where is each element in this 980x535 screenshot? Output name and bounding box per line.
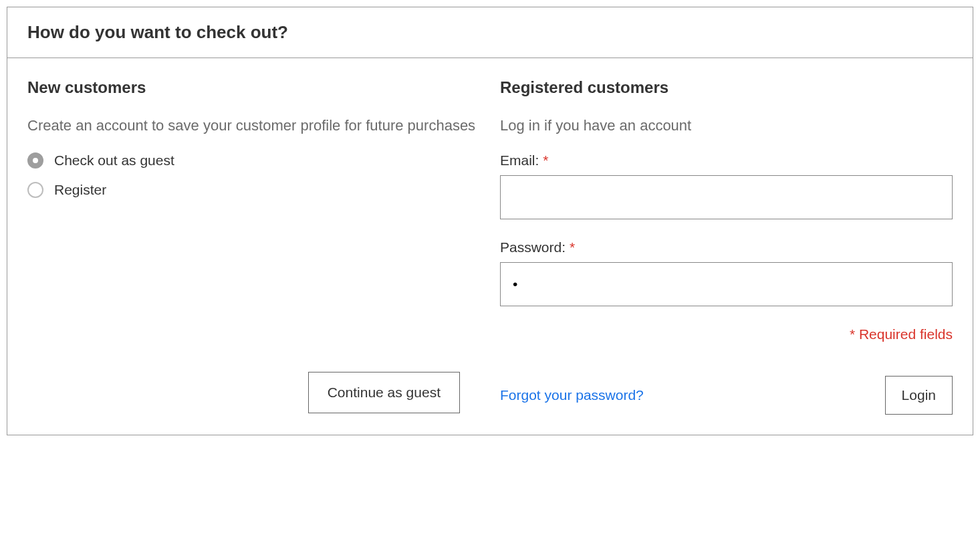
- checkout-options-panel: How do you want to check out? New custom…: [7, 7, 973, 435]
- checkout-method-radio-group: Check out as guest Register: [27, 152, 480, 198]
- forgot-password-link[interactable]: Forgot your password?: [500, 387, 644, 403]
- continue-as-guest-button[interactable]: Continue as guest: [308, 372, 460, 413]
- required-fields-note: * Required fields: [500, 326, 953, 342]
- password-field[interactable]: [500, 262, 953, 306]
- continue-button-row: Continue as guest: [27, 372, 480, 413]
- password-label: Password: *: [500, 239, 953, 255]
- registered-customers-title: Registered customers: [500, 78, 953, 97]
- email-field[interactable]: [500, 175, 953, 219]
- email-label-text: Email:: [500, 152, 543, 168]
- radio-label-register: Register: [54, 182, 106, 198]
- panel-body: New customers Create an account to save …: [7, 58, 973, 435]
- email-form-group: Email: *: [500, 152, 953, 219]
- password-form-group: Password: *: [500, 239, 953, 306]
- required-star-icon: *: [570, 239, 575, 255]
- radio-icon: [27, 182, 43, 198]
- radio-option-register[interactable]: Register: [27, 182, 480, 198]
- radio-icon: [27, 152, 43, 169]
- password-label-text: Password:: [500, 239, 570, 255]
- registered-customers-column: Registered customers Log in if you have …: [500, 78, 953, 415]
- radio-label-guest: Check out as guest: [54, 152, 174, 169]
- new-customers-title: New customers: [27, 78, 480, 97]
- panel-header: How do you want to check out?: [7, 7, 973, 58]
- new-customers-subtitle: Create an account to save your customer …: [27, 116, 480, 136]
- new-customers-column: New customers Create an account to save …: [27, 78, 500, 415]
- registered-customers-subtitle: Log in if you have an account: [500, 116, 953, 136]
- required-star-icon: *: [543, 152, 548, 168]
- panel-title: How do you want to check out?: [27, 22, 953, 43]
- email-label: Email: *: [500, 152, 953, 169]
- radio-option-guest[interactable]: Check out as guest: [27, 152, 480, 169]
- login-button[interactable]: Login: [885, 376, 953, 415]
- login-row: Forgot your password? Login: [500, 376, 953, 415]
